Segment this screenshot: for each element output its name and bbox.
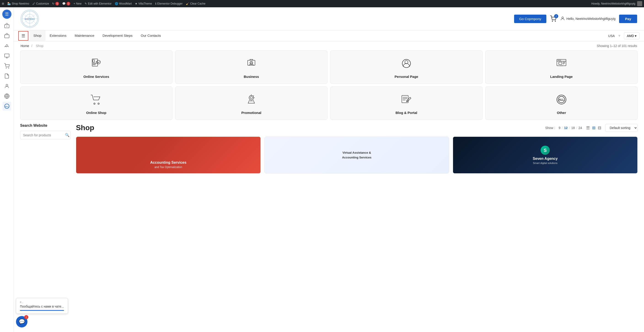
show-24[interactable]: 24 [578,126,582,130]
sidebar-item-monitor[interactable] [2,52,11,60]
admin-bar-right: Howdy, NeetrinoWebstorkhgitfiguyig [592,1,642,6]
category-online-shop[interactable]: Online Shop [20,87,172,120]
promotional-icon [245,93,258,108]
svg-point-29 [97,60,100,64]
admin-bar-updates[interactable]: ↻ 6 [52,2,59,5]
shop-controls: Show : 9 / 12 / 18 / 24 ☰ ⊞ ⊟ [545,124,638,132]
sidebar-item-handshake[interactable] [2,41,11,50]
svg-rect-2 [4,35,9,38]
svg-text:ALL: ALL [5,106,9,108]
svg-point-8 [6,84,8,86]
pay-button[interactable]: Pay [619,15,637,23]
admin-greeting: Howdy, NeetrinoWebstorkhgitfiguyig [592,2,635,5]
svg-point-23 [562,17,563,18]
company-button[interactable]: Go Copmpony [514,15,546,23]
comments-badge: 0 [66,2,70,5]
woodmart-icon: 🌐 [115,2,118,5]
shop-sidebar: Search Website 🔍 [20,124,70,173]
nav-item-maintenance[interactable]: Maintenance [70,30,98,41]
admin-bar-new[interactable]: + New [74,2,82,5]
svg-rect-3 [4,54,9,57]
chat-popup: F... Пообщайтесь с нами в чате... [16,298,68,314]
chat-widget: F... Пообщайтесь с нами в чате... 💬 1 [16,316,28,328]
svg-point-21 [552,21,552,21]
svg-rect-41 [559,62,562,64]
product-card[interactable]: Virtual Assistance & Accounting Services [264,137,449,173]
sort-select[interactable]: Default sorting [605,124,638,132]
nav-right: USA ▼ AMD ▾ [608,32,640,39]
list-view-icon[interactable]: ☰ [586,125,590,131]
category-promotional[interactable]: Promotional [175,87,328,120]
sidebar-item-briefcase[interactable] [2,31,11,40]
sidebar-item-store[interactable] [2,21,11,30]
svg-line-49 [253,95,254,96]
nav-item-development[interactable]: Development Steps [98,30,136,41]
product-thumbnail: Accounting Services and Tax Optimalizati… [76,137,260,173]
breadcrumb-separator: / [31,44,32,48]
admin-bar-wp-icon[interactable]: ⊞ [2,2,4,5]
search-website-title: Search Website [20,124,70,128]
search-icon[interactable]: 🔍 [65,133,70,137]
nav-item-shop[interactable]: Shop [29,30,46,41]
shop-header: Shop Show : 9 / 12 / 18 / 24 ☰ ⊞ [76,124,638,132]
admin-bar-woodmart[interactable]: 🌐 WoodMart [115,2,132,5]
cart-button[interactable]: 2 [550,15,556,22]
show-9[interactable]: 9 [559,126,560,130]
landing-page-label: Landing Page [550,75,573,79]
currency-selector[interactable]: AMD ▾ [624,32,640,39]
product-card[interactable]: Accounting Services and Tax Optimalizati… [76,137,261,173]
main-wrapper: NEETRINO Go Copmpony 2 Hello, Neetr [14,7,644,332]
admin-bar-customize[interactable]: 🖊 Customize [32,2,49,5]
show-12[interactable]: 12 [564,126,568,130]
nav-item-contacts[interactable]: Our Contacts [136,30,165,41]
sidebar-item-document[interactable] [2,72,11,80]
hamburger-button[interactable]: ☰ [18,31,28,41]
svg-point-47 [249,95,254,100]
comments-icon: 💬 [62,2,66,5]
admin-bar-villatheme[interactable]: ★ VillaTheme [135,2,152,5]
villatheme-icon: ★ [135,2,138,5]
admin-bar-clear-cache[interactable]: 🧹 Clear Cache [186,2,206,5]
chat-icon: 💬 [19,319,25,325]
svg-point-7 [8,68,9,68]
shop-main: Shop Show : 9 / 12 / 18 / 24 ☰ ⊞ [76,124,638,173]
category-online-services[interactable]: Online Services [20,50,172,84]
dense-grid-icon[interactable]: ⊟ [597,125,602,131]
svg-point-52 [250,97,252,99]
sidebar-item-all[interactable]: ALL [2,102,11,111]
svg-text:ALL: ALL [559,98,564,101]
show-18[interactable]: 18 [571,126,575,130]
sidebar-menu-button[interactable]: ☰ [2,9,12,19]
country-selector[interactable]: USA [608,34,615,38]
user-greeting: Hello, NeetrinoWebstorkhgitfiguyig [560,16,616,22]
chat-popup-bar [20,310,64,311]
sidebar-item-globe[interactable] [2,92,11,100]
product-thumbnail: S Seven Agency Smart digital solutions [453,137,637,173]
admin-bar-comments[interactable]: 💬 0 [62,2,70,5]
category-business[interactable]: Business [175,50,328,84]
personal-page-icon [400,57,413,71]
updates-badge: 6 [55,2,59,5]
business-label: Business [244,75,259,79]
blog-label: Blog & Portal [396,111,417,115]
shop-section: Search Website 🔍 Shop Show : 9 / 12 / 18 [14,124,644,173]
category-personal-page[interactable]: Personal Page [330,50,482,84]
nav-item-extensions[interactable]: Extensions [46,30,70,41]
breadcrumb-home[interactable]: Home [20,44,29,48]
business-icon [245,57,258,71]
debugger-icon: ℹ [155,2,156,5]
admin-bar-elementor[interactable]: ✎ Edit with Elementor [84,2,111,5]
admin-bar-shop[interactable]: 🏪 Shop Neetrino [7,2,29,5]
admin-bar-elementor-debugger[interactable]: ℹ Elementor Debugger [155,2,183,5]
product-card[interactable]: S Seven Agency Smart digital solutions [453,137,638,173]
chat-button[interactable]: 💬 1 [16,316,28,328]
breadcrumb-row: Home / Shop Showing 1–12 of 101 results [14,41,644,50]
search-input[interactable] [23,133,63,137]
grid-view-icon[interactable]: ⊞ [592,125,596,131]
category-landing-page[interactable]: Landing Page [485,50,638,84]
sidebar-item-cart[interactable] [2,62,11,70]
category-other[interactable]: ALL Other [485,87,638,120]
svg-point-6 [6,68,6,68]
category-blog[interactable]: Blog & Portal [330,87,482,120]
sidebar-item-user[interactable] [2,82,11,90]
